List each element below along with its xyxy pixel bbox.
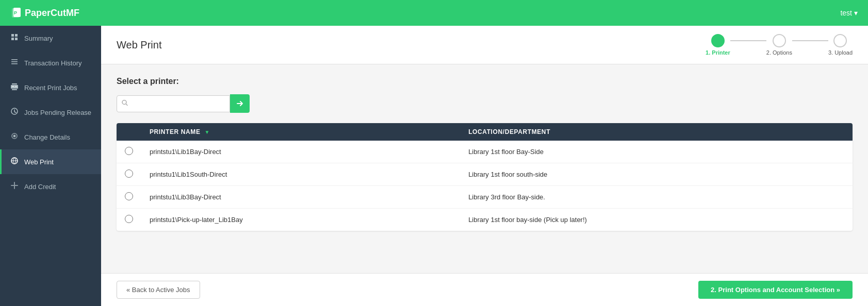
printer-name-cell: printstu1\Lib1South-Direct [141,163,460,186]
svg-rect-9 [12,86,14,87]
page-title: Web Print [117,39,161,51]
sidebar-item-change-details-label: Change Details [24,133,70,141]
sidebar-item-add-credit-label: Add Credit [24,183,56,191]
step-line-1 [730,40,766,41]
section-title: Select a printer: [117,77,853,86]
sidebar-item-change-details[interactable]: Change Details [0,125,101,149]
printer-radio-input[interactable] [125,147,133,155]
printer-radio-input[interactable] [125,192,133,200]
search-go-button[interactable] [230,94,250,113]
printer-name-cell: printstu1\Lib1Bay-Direct [141,141,460,163]
back-to-active-jobs-button[interactable]: « Back to Active Jobs [117,281,200,299]
sidebar-item-jobs-pending-release[interactable]: Jobs Pending Release [0,100,101,125]
sidebar-item-summary-label: Summary [24,35,53,42]
step-options-circle [773,34,786,47]
printer-radio-input[interactable] [125,215,133,223]
col-header-printer-name: PRINTER NAME ▼ [141,123,460,141]
printer-radio-cell[interactable] [117,141,141,163]
step-printer: 1. Printer [706,34,730,56]
chevron-down-icon: ▾ [854,9,858,17]
printer-location-cell: Library 1st floor south-side [460,163,853,186]
svg-rect-6 [12,83,17,84]
printer-radio-cell[interactable] [117,186,141,209]
printer-location-cell: Library 1st floor Bay-Side [460,141,853,163]
print-options-account-selection-button[interactable]: 2. Print Options and Account Selection » [698,281,853,299]
sidebar-item-recent-print-jobs[interactable]: Recent Print Jobs [0,75,101,100]
sidebar-item-jobs-pending-release-label: Jobs Pending Release [24,109,91,116]
search-input-wrapper [117,95,230,112]
stepper: 1. Printer 2. Options 3. Upload [706,34,853,56]
col-header-location: LOCATION/DEPARTMENT [460,123,853,141]
svg-rect-3 [11,59,18,60]
transaction-history-icon [10,58,19,68]
top-nav: P PaperCutMF test ▾ [0,0,868,26]
sidebar-item-transaction-history-label: Transaction History [24,59,82,67]
step-upload-circle [833,34,847,47]
step-options-label: 2. Options [766,49,792,56]
sidebar-item-add-credit[interactable]: Add Credit [0,174,101,199]
step-printer-circle [711,34,725,47]
printer-location-cell: Library 3rd floor Bay-side. [460,186,853,209]
user-label: test [840,9,852,17]
search-icon [122,100,128,108]
col-header-radio [117,123,141,141]
svg-rect-5 [11,63,18,64]
sidebar-item-web-print-label: Web Print [24,158,54,166]
printer-search-input[interactable] [117,95,230,112]
logo-text: PaperCutMF [25,8,79,19]
step-printer-label: 1. Printer [706,49,730,56]
content-area: Web Print 1. Printer 2. Options 3. Uploa… [101,26,868,306]
printer-location-cell: Library 1st floor bay-side (Pick up late… [460,209,853,231]
table-row[interactable]: printstu1\Lib3Bay-Direct Library 3rd flo… [117,186,853,209]
add-credit-icon [10,181,19,192]
summary-icon [10,33,19,43]
svg-point-10 [15,86,17,87]
table-row[interactable]: printstu1\Lib1South-Direct Library 1st f… [117,163,853,186]
step-upload-label: 3. Upload [828,49,853,56]
svg-point-14 [122,100,126,105]
sidebar-item-recent-print-jobs-label: Recent Print Jobs [24,84,77,92]
step-options: 2. Options [766,34,792,56]
user-menu[interactable]: test ▾ [840,9,858,17]
printer-radio-cell[interactable] [117,209,141,231]
sidebar-item-summary[interactable]: Summary [0,26,101,50]
printer-name-cell: printstu1\Lib3Bay-Direct [141,186,460,209]
sort-icon: ▼ [204,129,210,135]
papercut-logo-icon: P [10,7,23,19]
step-upload: 3. Upload [828,34,853,56]
step-line-2 [792,40,828,41]
web-print-icon [10,157,19,167]
content-body: Select a printer: [101,64,868,273]
svg-rect-7 [11,85,18,89]
content-footer: « Back to Active Jobs 2. Print Options a… [101,273,868,306]
recent-print-jobs-icon [10,82,19,93]
svg-point-12 [13,135,15,137]
table-header-row: PRINTER NAME ▼ LOCATION/DEPARTMENT [117,123,853,141]
logo: P PaperCutMF [10,7,79,19]
printer-radio-input[interactable] [125,169,133,178]
svg-rect-4 [11,61,18,62]
printer-name-cell: printstu1\Pick-up-later_Lib1Bay [141,209,460,231]
svg-text:P: P [14,10,17,15]
table-row[interactable]: printstu1\Lib1Bay-Direct Library 1st flo… [117,141,853,163]
sidebar-item-transaction-history[interactable]: Transaction History [0,50,101,75]
printer-table: PRINTER NAME ▼ LOCATION/DEPARTMENT print… [117,123,853,231]
jobs-pending-release-icon [10,107,19,117]
change-details-icon [10,132,19,142]
content-header: Web Print 1. Printer 2. Options 3. Uploa… [101,26,868,64]
sidebar: Summary Transaction History Recent Print… [0,26,101,306]
sidebar-item-web-print[interactable]: Web Print [0,149,101,174]
table-row[interactable]: printstu1\Pick-up-later_Lib1Bay Library … [117,209,853,231]
printer-radio-cell[interactable] [117,163,141,186]
search-bar [117,94,853,113]
svg-rect-8 [12,89,17,90]
